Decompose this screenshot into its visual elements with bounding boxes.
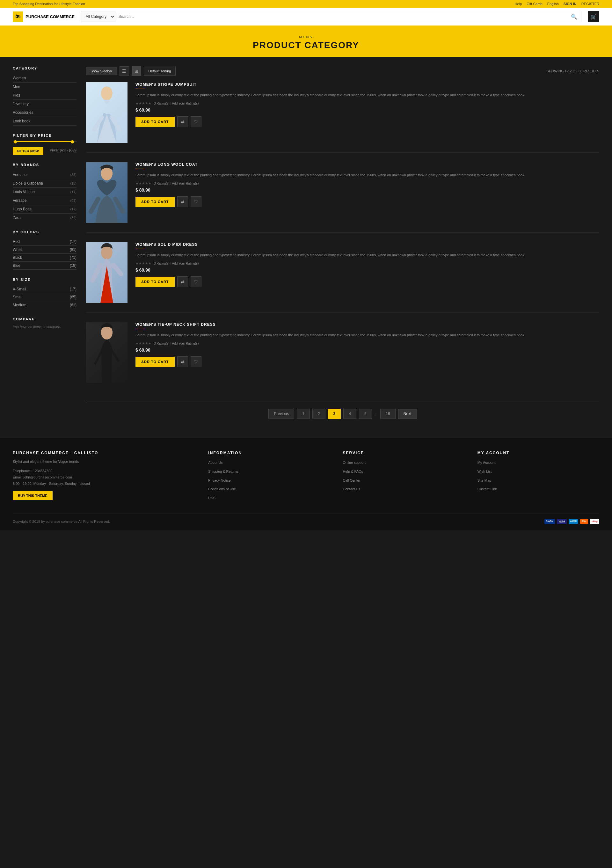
search-button[interactable]: 🔍	[567, 11, 581, 22]
page-2-button[interactable]: 2	[312, 409, 325, 419]
price-range-label: Price: $29 - $399	[50, 148, 76, 152]
compare-button-3[interactable]: ⇄	[177, 276, 188, 287]
footer-myaccount-link[interactable]: My Account	[477, 460, 599, 466]
footer-faqs-link[interactable]: Help & FAQs	[343, 468, 465, 475]
add-to-cart-button-4[interactable]: ADD TO CART	[135, 357, 175, 367]
footer-shipping-link[interactable]: Shipping & Returns	[208, 468, 330, 475]
grid-view-icon: ⊞	[135, 68, 138, 74]
help-link[interactable]: Help	[515, 2, 522, 6]
next-page-button[interactable]: Next	[398, 409, 417, 419]
footer-customlink-link[interactable]: Custom Link	[477, 486, 599, 493]
footer-info-title: INFORMATION	[208, 451, 330, 455]
wishlist-button-4[interactable]: ♡	[191, 356, 201, 367]
product-actions-2: ADD TO CART ⇄ ♡	[135, 196, 599, 207]
previous-page-button[interactable]: Previous	[268, 409, 294, 419]
size-xsmall[interactable]: X-Small (17)	[13, 285, 76, 293]
rating-text-3[interactable]: 3 Rating(s) | Add Your Rating(s)	[154, 262, 198, 265]
main-content: CATEGORY Women Men Kids Jewellery Access…	[0, 57, 612, 438]
brand-louis-vuitton[interactable]: Louis Vuitton (17)	[13, 188, 76, 196]
compare-button-1[interactable]: ⇄	[177, 116, 188, 127]
footer-info-col: INFORMATION About Us Shipping & Returns …	[208, 451, 330, 504]
page-1-button[interactable]: 1	[297, 409, 310, 419]
footer-sitemap-link[interactable]: Site Map	[477, 477, 599, 484]
product-name-4[interactable]: WOMEN'S TIE-UP NECK SHIFT DRESS	[135, 322, 599, 327]
discover-icon: Disc	[580, 519, 588, 524]
wishlist-button-2[interactable]: ♡	[191, 196, 201, 207]
search-input[interactable]	[115, 11, 567, 22]
footer-wishlist-link[interactable]: Wish List	[477, 468, 599, 475]
size-small[interactable]: Small (65)	[13, 293, 76, 301]
category-lookbook[interactable]: Look book	[13, 117, 76, 126]
category-men[interactable]: Men	[13, 82, 76, 91]
brand-versace[interactable]: Versace (35)	[13, 170, 76, 179]
size-section: BY SIZE X-Small (17) Small (65) Medium (…	[13, 277, 76, 309]
sort-button[interactable]: Default sorting	[144, 67, 176, 76]
product-name-2[interactable]: WOMEN'S LONG WOOL COAT	[135, 162, 599, 167]
page-ellipsis: ...	[375, 412, 378, 416]
product-image-1[interactable]	[86, 82, 127, 143]
product-info-2: WOMEN'S LONG WOOL COAT Lorem Ipsum is si…	[135, 162, 599, 223]
footer-conditions-link[interactable]: Conditions of Use	[208, 486, 330, 493]
brand-versace2[interactable]: Versace (45)	[13, 196, 76, 205]
color-red[interactable]: Red (17)	[13, 238, 76, 246]
grid-view-button[interactable]: ⊞	[132, 66, 141, 76]
page-19-button[interactable]: 19	[380, 409, 395, 419]
page-5-button[interactable]: 5	[359, 409, 372, 419]
category-accessories[interactable]: Accessories	[13, 108, 76, 117]
compare-button-2[interactable]: ⇄	[177, 196, 188, 207]
add-to-cart-button-3[interactable]: ADD TO CART	[135, 277, 175, 287]
wishlist-button-3[interactable]: ♡	[191, 276, 201, 287]
compare-button-4[interactable]: ⇄	[177, 356, 188, 367]
product-name-1[interactable]: WOMEN'S STRIPE JUMPSUIT	[135, 82, 599, 87]
filter-now-button[interactable]: FILTER NOW	[13, 147, 43, 155]
category-jewellery[interactable]: Jewellery	[13, 100, 76, 108]
footer-bottom: Copyright © 2019 by purchase commerce Al…	[13, 513, 599, 524]
wishlist-button-1[interactable]: ♡	[191, 116, 201, 127]
register-link[interactable]: REGISTER	[581, 2, 599, 6]
footer-privacy-link[interactable]: Privacy Notice	[208, 477, 330, 484]
product-image-3[interactable]	[86, 242, 127, 303]
page-4-button[interactable]: 4	[343, 409, 356, 419]
category-kids[interactable]: Kids	[13, 91, 76, 100]
heart-icon-4: ♡	[194, 359, 198, 364]
list-view-button[interactable]: ☰	[119, 66, 129, 76]
show-sidebar-button[interactable]: Show Sidebar	[86, 67, 117, 75]
filter-price-title: FILTER BY PRICE	[13, 133, 76, 137]
color-white[interactable]: White (81)	[13, 246, 76, 254]
product-price-4: $ 69.90	[135, 347, 599, 353]
category-select[interactable]: All Category	[81, 11, 115, 22]
page-3-button[interactable]: 3	[328, 409, 341, 419]
logo[interactable]: 🛍 PURCHASE COMMERCE	[13, 11, 74, 22]
rating-text-1[interactable]: 3 Rating(s) | Add Your Rating(s)	[154, 102, 198, 105]
rating-text-2[interactable]: 3 Rating(s) | Add Your Rating(s)	[154, 182, 198, 185]
rating-text-4[interactable]: 3 Rating(s) | Add Your Rating(s)	[154, 342, 198, 345]
color-blue[interactable]: Blue (19)	[13, 262, 76, 270]
top-bar: Top Shopping Destination for Lifestyle F…	[0, 0, 612, 8]
buy-theme-button[interactable]: BUY THIS THEME	[13, 491, 53, 500]
gift-cards-link[interactable]: Gift Cards	[527, 2, 542, 6]
footer-call-center-link[interactable]: Call Center	[343, 477, 465, 484]
product-image-4[interactable]	[86, 322, 127, 383]
product-info-4: WOMEN'S TIE-UP NECK SHIFT DRESS Lorem Ip…	[135, 322, 599, 383]
footer-rss-link[interactable]: RSS	[208, 495, 330, 501]
brand-hugo-boss[interactable]: Hugo Boss (17)	[13, 205, 76, 214]
brand-zara[interactable]: Zara (34)	[13, 214, 76, 222]
product-actions-4: ADD TO CART ⇄ ♡	[135, 356, 599, 367]
add-to-cart-button-1[interactable]: ADD TO CART	[135, 117, 175, 127]
cart-button[interactable]: 🛒	[588, 11, 599, 22]
hero-title: PRODUCT CATEGORY	[13, 40, 599, 57]
signin-link[interactable]: SIGN IN	[564, 2, 576, 6]
footer: PURCHASE COMMERCE - CALLISTO Stylist and…	[0, 438, 612, 530]
footer-service-title: SERVICE	[343, 451, 465, 455]
language-link[interactable]: English	[547, 2, 559, 6]
footer-online-support-link[interactable]: Online support	[343, 460, 465, 466]
product-name-3[interactable]: WOMEN'S SOLID MIDI DRESS	[135, 242, 599, 247]
product-image-2[interactable]	[86, 162, 127, 223]
size-medium[interactable]: Medium (61)	[13, 301, 76, 309]
footer-contact-link[interactable]: Contact Us	[343, 486, 465, 493]
brand-dolce[interactable]: Dolce & Gabbana (18)	[13, 179, 76, 188]
category-women[interactable]: Women	[13, 74, 76, 82]
footer-about-link[interactable]: About Us	[208, 460, 330, 466]
add-to-cart-button-2[interactable]: ADD TO CART	[135, 197, 175, 207]
color-black[interactable]: Black (71)	[13, 254, 76, 262]
